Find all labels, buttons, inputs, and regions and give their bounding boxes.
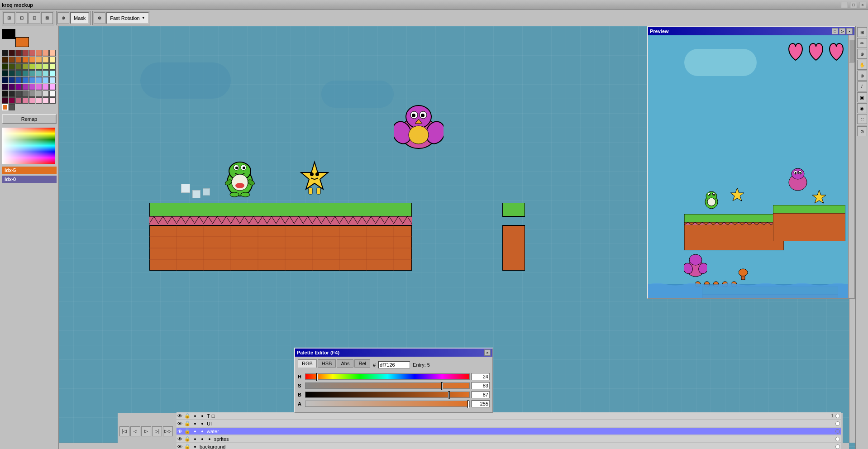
layer-row-ui[interactable]: 👁 🔒 ● ● UI [176, 420, 841, 427]
palette-cell[interactable] [36, 91, 42, 97]
palette-cell[interactable] [2, 50, 8, 56]
palette-cell[interactable] [29, 91, 35, 97]
palette-cell[interactable] [43, 91, 49, 97]
palette-cell[interactable] [49, 70, 56, 76]
line-tool[interactable]: / [857, 81, 867, 91]
palette-cell[interactable] [9, 104, 15, 110]
palette-cell[interactable] [9, 97, 15, 104]
palette-cell[interactable] [9, 84, 15, 90]
tab-abs[interactable]: Abs [337, 359, 353, 368]
palette-cell[interactable] [15, 97, 22, 104]
palette-cell[interactable] [49, 77, 56, 83]
rotation-dropdown[interactable]: Fast Rotation ▼ [106, 12, 148, 24]
layer-visibility-icon[interactable]: 👁 [177, 436, 182, 442]
layer-visibility-icon[interactable]: 👁 [177, 429, 182, 434]
palette-cell[interactable] [43, 84, 49, 90]
palette-cell[interactable] [43, 70, 49, 76]
palette-cell[interactable] [22, 70, 29, 76]
palette-cell[interactable] [49, 63, 56, 70]
palette-cell[interactable] [22, 63, 29, 70]
palette-cell[interactable] [29, 97, 35, 104]
palette-cell[interactable] [43, 97, 49, 104]
b-value[interactable] [472, 391, 490, 398]
preview-close-button[interactable]: × [846, 28, 853, 34]
play-prev-button[interactable]: ◁ [130, 426, 140, 436]
palette-cell[interactable] [29, 77, 35, 83]
tab-hsb[interactable]: HSB [318, 359, 336, 368]
palette-cell[interactable] [22, 57, 29, 63]
palette-cell[interactable] [22, 91, 29, 97]
tab-rel[interactable]: Rel [354, 359, 370, 368]
spray-tool[interactable]: ∷ [857, 114, 867, 124]
layer-lock-icon[interactable]: 🔒 [184, 420, 191, 426]
zoom-tool[interactable]: ⊕ [857, 71, 867, 81]
hex-input[interactable] [378, 361, 410, 368]
palette-cell[interactable] [9, 70, 15, 76]
a-slider[interactable] [305, 401, 470, 407]
palette-cell[interactable] [15, 50, 22, 56]
palette-cell[interactable] [2, 97, 8, 104]
palette-cell[interactable] [15, 63, 22, 70]
settings-tool[interactable]: ⊙ [857, 126, 867, 136]
layer-visibility-icon[interactable]: 👁 [177, 444, 182, 449]
bucket-tool[interactable]: ◉ [857, 103, 867, 113]
palette-cell[interactable] [2, 57, 8, 63]
layer-visibility-icon[interactable]: 👁 [177, 421, 182, 426]
preview-scrollbar-thumb[interactable] [849, 40, 854, 62]
remap-button[interactable]: Remap [2, 114, 57, 124]
layer-visibility-icon[interactable]: 👁 [177, 413, 182, 419]
b-slider[interactable] [305, 392, 470, 398]
play-next-button[interactable]: ▷| [152, 426, 162, 436]
palette-cell[interactable] [2, 70, 8, 76]
palette-cell[interactable] [2, 77, 8, 83]
grid-tool-2[interactable]: ⊡ [16, 12, 28, 24]
layer-row-sprites[interactable]: 👁 🔒 ● ● ● sprites [176, 435, 841, 442]
palette-cell[interactable] [49, 91, 56, 97]
play-fast-button[interactable]: ▷▷ [163, 426, 173, 436]
move-tool[interactable]: ✋ [857, 60, 867, 70]
maximize-button[interactable]: □ [850, 2, 857, 8]
palette-cell[interactable] [9, 63, 15, 70]
palette-cell[interactable] [36, 77, 42, 83]
layer-lock-icon[interactable]: 🔒 [184, 436, 191, 442]
palette-cell[interactable] [9, 77, 15, 83]
h-slider-thumb[interactable] [316, 373, 318, 381]
palette-cell[interactable] [15, 57, 22, 63]
palette-cell[interactable] [43, 77, 49, 83]
minimize-button[interactable]: _ [841, 2, 848, 8]
palette-cell[interactable] [2, 63, 8, 70]
bg-color-box[interactable] [15, 37, 29, 47]
tab-rgb[interactable]: RGB [298, 359, 317, 368]
palette-cell[interactable] [29, 70, 35, 76]
palette-cell[interactable] [15, 70, 22, 76]
palette-cell-selected[interactable] [2, 104, 8, 110]
s-slider[interactable] [305, 382, 470, 389]
h-slider[interactable] [305, 373, 470, 380]
palette-cell[interactable] [2, 84, 8, 90]
palette-cell[interactable] [29, 57, 35, 63]
preview-restore-button[interactable]: □ [832, 28, 838, 34]
palette-cell[interactable] [49, 84, 56, 90]
palette-cell[interactable] [36, 97, 42, 104]
palette-cell[interactable] [29, 84, 35, 90]
palette-cell[interactable] [36, 50, 42, 56]
palette-cell[interactable] [29, 50, 35, 56]
palette-cell[interactable] [9, 57, 15, 63]
palette-cell[interactable] [22, 84, 29, 90]
pencil-tool[interactable]: ✏ [857, 38, 867, 48]
grid-tool-1[interactable]: ⊞ [3, 12, 15, 24]
palette-cell[interactable] [43, 50, 49, 56]
fg-color-box[interactable] [2, 29, 15, 39]
play-first-button[interactable]: |◁ [119, 426, 129, 436]
palette-cell[interactable] [29, 63, 35, 70]
play-button[interactable]: ▷ [141, 426, 151, 436]
palette-cell[interactable] [15, 84, 22, 90]
layer-lock-icon[interactable]: 🔒 [184, 413, 191, 419]
palette-cell[interactable] [9, 50, 15, 56]
palette-cell[interactable] [15, 91, 22, 97]
mask-dropdown[interactable]: Mask [70, 12, 89, 24]
palette-cell[interactable] [22, 97, 29, 104]
h-value[interactable] [472, 373, 490, 380]
canvas-area[interactable]: Preview □ ▷ × [59, 26, 855, 449]
palette-cell[interactable] [43, 57, 49, 63]
